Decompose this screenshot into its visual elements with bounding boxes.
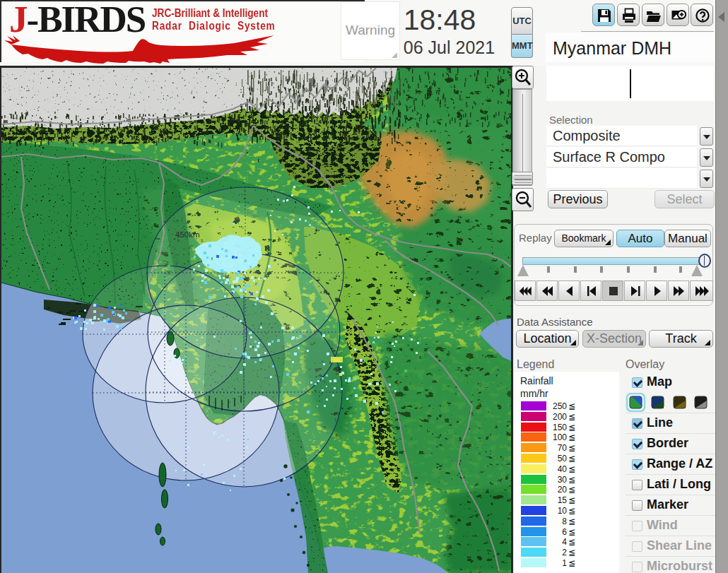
svg-text:450km: 450km — [175, 230, 200, 239]
